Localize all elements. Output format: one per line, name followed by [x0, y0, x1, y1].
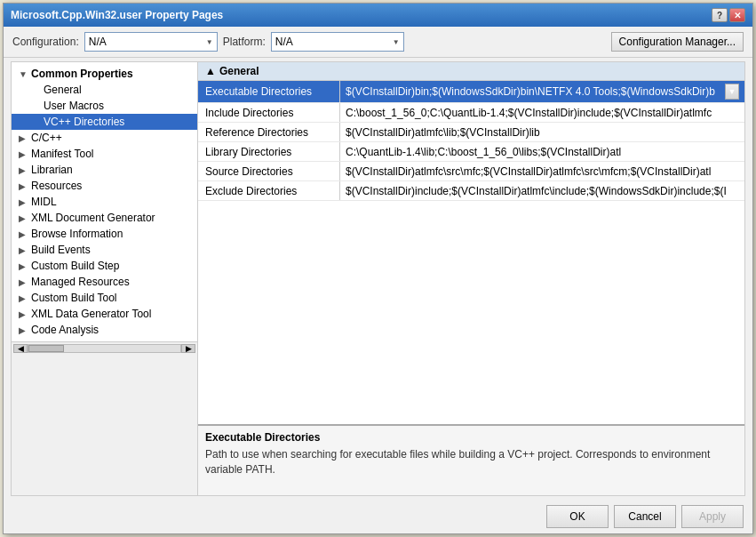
- description-panel: Executable Directories Path to use when …: [198, 424, 744, 495]
- sidebar-item-managed-resources[interactable]: ▶ Managed Resources: [12, 274, 197, 290]
- table-row[interactable]: Library Directories C:\QuantLib-1.4\lib;…: [198, 142, 744, 162]
- prop-value-reference-directories: $(VCInstallDir)atlmfc\lib;$(VCInstallDir…: [340, 123, 744, 141]
- configuration-label: Configuration:: [12, 36, 79, 48]
- prop-name-executable-directories: Executable Directories: [198, 81, 340, 102]
- dialog-title: Microsoft.Cpp.Win32.user Property Pages: [11, 9, 223, 21]
- sidebar-item-midl[interactable]: ▶ MIDL: [12, 194, 197, 210]
- prop-name-reference-directories: Reference Directories: [198, 123, 340, 141]
- tree-root-common-properties[interactable]: ▼ Common Properties: [12, 66, 197, 82]
- sidebar-item-browse-information[interactable]: ▶ Browse Information: [12, 226, 197, 242]
- sidebar-item-code-analysis[interactable]: ▶ Code Analysis: [12, 322, 197, 338]
- prop-name-include-directories: Include Directories: [198, 103, 340, 122]
- main-content: ▼ Common Properties General User Macros …: [11, 61, 745, 496]
- config-bar: Configuration: N/A ▼ Platform: N/A ▼ Con…: [4, 27, 752, 58]
- property-table: Executable Directories $(VCInstallDir)bi…: [198, 81, 744, 424]
- prop-name-source-directories: Source Directories: [198, 162, 340, 180]
- bottom-bar: OK Cancel Apply: [4, 500, 752, 533]
- desc-title: Executable Directories: [205, 431, 737, 444]
- expand-icon: ▼: [19, 69, 31, 79]
- scroll-left-btn[interactable]: ◀: [13, 344, 28, 353]
- section-label: General: [219, 65, 259, 77]
- prop-value-library-directories: C:\QuantLib-1.4\lib;C:\boost_1_56_0\libs…: [340, 142, 744, 161]
- property-dropdown-btn[interactable]: ▼: [725, 84, 739, 100]
- sidebar-item-librarian[interactable]: ▶ Librarian: [12, 162, 197, 178]
- platform-dropdown-arrow: ▼: [393, 38, 400, 46]
- section-arrow-icon: ▲: [205, 65, 216, 77]
- sidebar-item-c-cpp[interactable]: ▶ C/C++: [12, 130, 197, 146]
- cancel-button[interactable]: Cancel: [614, 505, 676, 528]
- desc-text: Path to use when searching for executabl…: [205, 447, 737, 477]
- prop-name-library-directories: Library Directories: [198, 142, 340, 161]
- configuration-dropdown[interactable]: N/A ▼: [84, 32, 218, 52]
- prop-value-include-directories: C:\boost_1_56_0;C:\QuantLib-1.4;$(VCInst…: [340, 103, 744, 122]
- scroll-track: [28, 344, 181, 353]
- prop-name-exclude-directories: Exclude Directories: [198, 181, 340, 200]
- table-row[interactable]: Include Directories C:\boost_1_56_0;C:\Q…: [198, 103, 744, 123]
- scroll-thumb: [28, 345, 64, 352]
- table-row[interactable]: Source Directories $(VCInstallDir)atlmfc…: [198, 162, 744, 181]
- prop-value-exclude-directories: $(VCInstallDir)include;$(VCInstallDir)at…: [340, 181, 744, 200]
- sidebar-item-custom-build-step[interactable]: ▶ Custom Build Step: [12, 258, 197, 274]
- right-panel: ▲ General Executable Directories $(VCIns…: [198, 62, 744, 495]
- tree-scrollbar[interactable]: ◀ ▶: [12, 341, 197, 354]
- apply-button[interactable]: Apply: [681, 505, 744, 528]
- sidebar-item-custom-build-tool[interactable]: ▶ Custom Build Tool: [12, 290, 197, 306]
- sidebar-item-general[interactable]: General: [12, 82, 197, 98]
- ok-button[interactable]: OK: [546, 505, 609, 528]
- section-header: ▲ General: [198, 62, 744, 81]
- sidebar-item-manifest-tool[interactable]: ▶ Manifest Tool: [12, 146, 197, 162]
- config-manager-button[interactable]: Configuration Manager...: [611, 32, 744, 52]
- title-bar-buttons: ? ✕: [712, 8, 745, 22]
- sidebar-item-vc-directories[interactable]: VC++ Directories: [12, 114, 197, 130]
- close-button[interactable]: ✕: [729, 8, 745, 22]
- sidebar-item-resources[interactable]: ▶ Resources: [12, 178, 197, 194]
- sidebar-item-build-events[interactable]: ▶ Build Events: [12, 242, 197, 258]
- tree-panel: ▼ Common Properties General User Macros …: [12, 62, 198, 341]
- help-button[interactable]: ?: [712, 8, 728, 22]
- sidebar-item-xml-document-generator[interactable]: ▶ XML Document Generator: [12, 210, 197, 226]
- table-row[interactable]: Reference Directories $(VCInstallDir)atl…: [198, 123, 744, 142]
- table-row[interactable]: Exclude Directories $(VCInstallDir)inclu…: [198, 181, 744, 201]
- sidebar-item-xml-data-generator-tool[interactable]: ▶ XML Data Generator Tool: [12, 306, 197, 322]
- platform-dropdown[interactable]: N/A ▼: [271, 32, 404, 52]
- prop-value-executable-directories: $(VCInstallDir)bin;$(WindowsSdkDir)bin\N…: [340, 81, 744, 102]
- sidebar-item-user-macros[interactable]: User Macros: [12, 98, 197, 114]
- title-bar: Microsoft.Cpp.Win32.user Property Pages …: [4, 4, 752, 27]
- platform-label: Platform:: [223, 36, 266, 48]
- scroll-right-btn[interactable]: ▶: [181, 344, 195, 353]
- property-pages-dialog: Microsoft.Cpp.Win32.user Property Pages …: [3, 3, 753, 534]
- prop-value-source-directories: $(VCInstallDir)atlmfc\src\mfc;$(VCInstal…: [340, 162, 744, 180]
- config-dropdown-arrow: ▼: [206, 38, 213, 46]
- table-row[interactable]: Executable Directories $(VCInstallDir)bi…: [198, 81, 744, 103]
